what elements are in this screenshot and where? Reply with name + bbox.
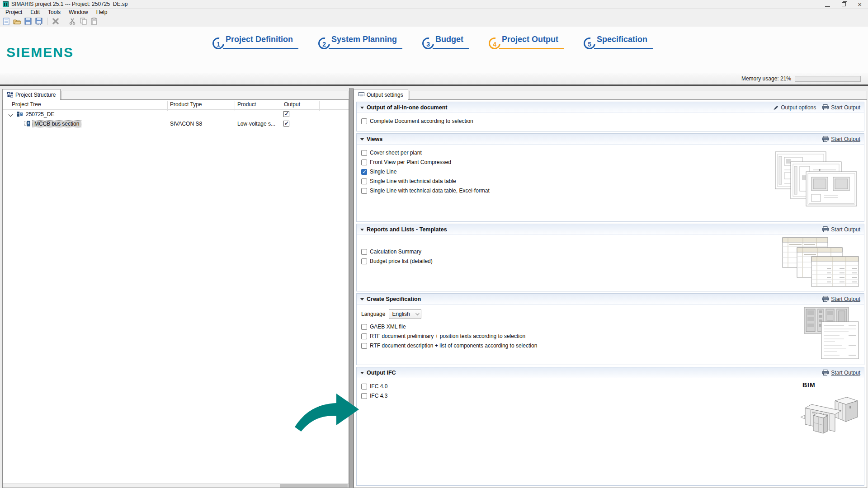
chevron-down-icon[interactable] (9, 113, 13, 117)
col-project-tree[interactable]: Project Tree (12, 101, 41, 108)
reports-preview-thumbnail (782, 237, 859, 289)
checkbox[interactable] (361, 169, 367, 175)
status-bar: Memory usage: 21% (0, 73, 868, 84)
menu-help[interactable]: Help (93, 9, 111, 15)
app-header: SIEMENS 1 Project Definition 2 System Pl… (0, 27, 868, 73)
checkbox[interactable] (361, 150, 367, 156)
language-row: Language English (361, 309, 859, 319)
new-document-icon[interactable] (2, 17, 10, 25)
menu-edit[interactable]: Edit (27, 9, 43, 15)
bim-label: BIM (802, 381, 816, 389)
checkbox[interactable] (361, 258, 367, 264)
col-product-type[interactable]: Product Type (170, 101, 202, 108)
checkbox-rtf-description[interactable]: RTF document description + list of compo… (361, 342, 859, 350)
output-checkbox[interactable] (283, 111, 289, 117)
checkbox[interactable] (361, 249, 367, 255)
start-output-link[interactable]: Start Output (822, 226, 860, 233)
workflow-steps: 1 Project Definition 2 System Planning 3… (212, 34, 653, 49)
printer-icon (822, 136, 829, 142)
checkbox-label: Front View per Plant Compressed (370, 159, 451, 165)
checkbox-ifc-43[interactable]: IFC 4.3 (361, 392, 859, 400)
open-project-icon[interactable] (13, 17, 21, 25)
main-area: Project Structure Project Tree Product T… (0, 86, 868, 488)
cut-icon[interactable] (68, 17, 76, 25)
section-create-specification: Create Specification Start Output Langua… (356, 293, 864, 365)
menu-tools[interactable]: Tools (44, 9, 64, 15)
col-product[interactable]: Product (237, 101, 256, 108)
step-budget[interactable]: 3 Budget (422, 34, 469, 49)
tree-item-label-selected[interactable]: MCCB bus section (33, 121, 81, 127)
bus-section-icon (24, 121, 30, 128)
step-project-output[interactable]: 4 Project Output (489, 34, 564, 49)
close-button[interactable]: × (858, 1, 862, 7)
minimize-button[interactable] (825, 2, 830, 7)
language-select[interactable]: English (389, 309, 421, 319)
checkbox-label: Single Line with technical data table (370, 178, 456, 184)
tree-item-label[interactable]: 250725_DE (26, 111, 54, 117)
restore-button[interactable] (842, 2, 846, 6)
panel-splitter[interactable] (349, 88, 354, 488)
copy-icon[interactable] (79, 17, 87, 25)
collapse-arrow-icon[interactable] (360, 298, 364, 300)
horizontal-scrollbar[interactable] (3, 483, 349, 488)
start-output-link[interactable]: Start Output (822, 136, 860, 142)
checkbox[interactable] (361, 178, 367, 184)
title-bar: SIMARIS project 25.1 --- Project: 250725… (0, 0, 868, 9)
menu-project[interactable]: Project (2, 9, 26, 15)
checkbox[interactable] (361, 188, 367, 194)
checkbox-rtf-preliminary[interactable]: RTF document preliminary + position text… (361, 332, 859, 340)
checkbox-label: RTF document preliminary + position text… (370, 333, 525, 339)
checkbox-label: Single Line with technical data table, E… (370, 188, 490, 194)
tree-row-project[interactable]: 250725_DE (3, 110, 349, 119)
tab-project-structure[interactable]: Project Structure (2, 89, 61, 100)
checkbox-label: GAEB XML file (370, 324, 406, 330)
specification-preview-thumbnail (803, 306, 860, 361)
tree-row-mccb[interactable]: MCCB bus section SIVACON S8 Low-voltage … (3, 119, 349, 129)
collapse-arrow-icon[interactable] (360, 138, 364, 141)
checkbox-label: IFC 4.3 (370, 393, 387, 399)
save-icon[interactable] (24, 17, 32, 25)
checkbox[interactable] (361, 118, 367, 124)
views-preview-thumbnail (773, 151, 859, 209)
checkbox-ifc-40[interactable]: IFC 4.0 (361, 382, 859, 390)
collapse-arrow-icon[interactable] (360, 372, 364, 374)
checkbox[interactable] (361, 393, 367, 399)
collapse-arrow-icon[interactable] (360, 107, 364, 109)
checkbox-label: Budget price list (detailed) (370, 258, 433, 264)
scrollbar-thumb[interactable] (280, 484, 348, 488)
project-node-icon (17, 111, 23, 118)
collapse-arrow-icon[interactable] (360, 229, 364, 231)
step-project-definition[interactable]: 1 Project Definition (212, 34, 298, 49)
pen-icon (773, 104, 779, 111)
checkbox[interactable] (361, 384, 367, 389)
menu-window[interactable]: Window (65, 9, 92, 15)
checkbox[interactable] (361, 343, 367, 349)
section-output-ifc: Output IFC Start Output IFC 4.0 (356, 367, 864, 486)
printer-icon (822, 226, 829, 232)
tree-column-headers: Project Tree Product Type Product Output (3, 100, 349, 110)
checkbox[interactable] (361, 324, 367, 330)
step-system-planning[interactable]: 2 System Planning (318, 34, 402, 49)
start-output-link[interactable]: Start Output (822, 296, 860, 302)
printer-icon (822, 370, 829, 375)
col-output[interactable]: Output (284, 101, 300, 108)
checkbox-gaeb-xml[interactable]: GAEB XML file (361, 323, 859, 331)
tab-output-settings[interactable]: Output settings (354, 89, 408, 100)
checkbox-label: IFC 4.0 (370, 383, 387, 389)
checkbox-label: Single Line (370, 169, 396, 175)
paste-icon[interactable] (90, 17, 98, 25)
step-specification[interactable]: 5 Specification (584, 34, 653, 49)
output-options-link[interactable]: Output options (773, 104, 816, 111)
checkbox[interactable] (361, 333, 367, 339)
delete-icon[interactable] (52, 17, 60, 25)
printer-icon (822, 104, 829, 110)
save-as-icon[interactable] (35, 17, 43, 25)
checkbox-label: Calculation Summary (370, 249, 421, 255)
output-checkbox[interactable] (283, 121, 289, 127)
memory-usage-label: Memory usage: 21% (741, 75, 791, 82)
checkbox[interactable] (361, 160, 367, 165)
start-output-link[interactable]: Start Output (822, 370, 860, 376)
start-output-link[interactable]: Start Output (822, 104, 860, 111)
product-type-value: SIVACON S8 (170, 121, 202, 127)
checkbox-complete-document[interactable]: Complete Document according to selection (361, 117, 859, 125)
